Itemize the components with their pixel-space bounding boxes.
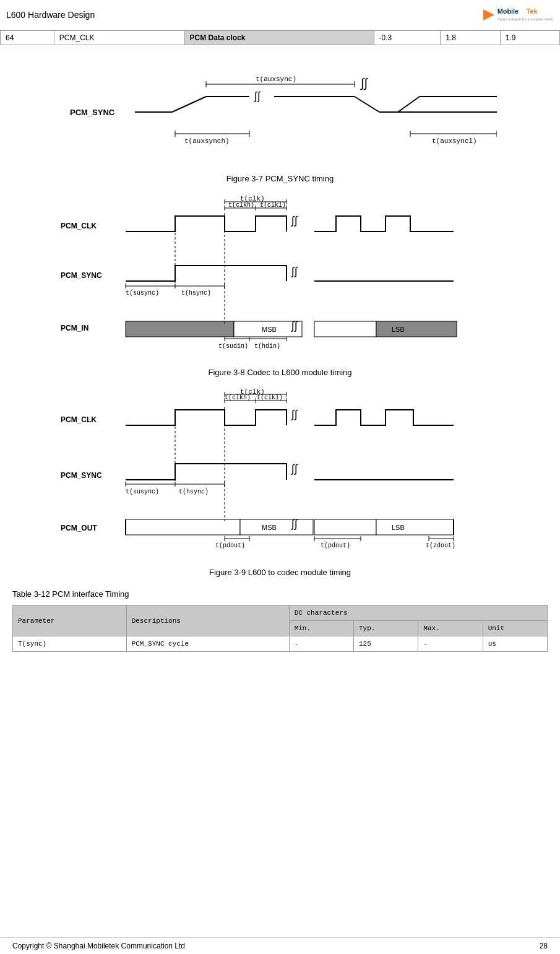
- table-row: T(sync) PCM_SYNC cycle - 125 - us: [13, 636, 548, 652]
- table-header-row-1: Parameter Descriptions DC characters: [13, 605, 548, 621]
- svg-text:∫∫: ∫∫: [290, 518, 298, 530]
- document-title: L600 Hardware Design: [6, 10, 95, 20]
- svg-line-25: [398, 97, 420, 112]
- svg-text:t(clkl): t(clkl): [260, 202, 286, 209]
- svg-text:t(auxsynch): t(auxsynch): [184, 137, 230, 145]
- svg-text:PCM_SYNC: PCM_SYNC: [61, 471, 102, 480]
- svg-rect-107: [314, 519, 376, 535]
- logo-area: Mobile Smart solution for a smarter worl…: [480, 4, 554, 26]
- svg-text:t(hsync): t(hsync): [179, 488, 209, 495]
- pcm-sync-timing-diagram: PCM_SYNC t(auxsync) ∫∫ t(auxsynch) t(aux…: [64, 63, 497, 168]
- svg-text:PCM_CLK: PCM_CLK: [61, 222, 97, 230]
- table-title: Table 3-12 PCM interface Timing: [12, 589, 548, 599]
- svg-text:MSB: MSB: [262, 326, 277, 333]
- svg-text:∫∫: ∫∫: [290, 319, 298, 332]
- svg-text:PCM_SYNC: PCM_SYNC: [61, 271, 102, 280]
- page-number: 28: [540, 942, 548, 950]
- svg-line-23: [355, 97, 379, 112]
- figure-3-8-caption: Figure 3-8 Codec to L600 module timing: [12, 368, 548, 377]
- col-typ: 1.8: [441, 31, 500, 45]
- col-signal: PCM_CLK: [54, 31, 184, 45]
- pcm-timing-table-section: Table 3-12 PCM interface Timing Paramete…: [12, 589, 548, 652]
- svg-text:t(clkh): t(clkh): [228, 202, 254, 209]
- col-max: 1.9: [500, 31, 559, 45]
- svg-text:∫∫: ∫∫: [290, 214, 298, 227]
- parameter-cell: T(sync): [13, 636, 127, 652]
- typ-cell: 125: [354, 636, 418, 652]
- svg-text:t(hdin): t(hdin): [254, 343, 280, 350]
- max-header: Max.: [418, 621, 483, 636]
- figure-3-9-caption: Figure 3-9 L600 to codec module timing: [12, 568, 548, 577]
- copyright-text: Copyright © Shanghai Mobiletek Communica…: [12, 942, 185, 950]
- svg-text:t(auxsync): t(auxsync): [256, 76, 296, 83]
- svg-rect-108: [376, 519, 454, 535]
- svg-text:∫∫: ∫∫: [290, 462, 298, 475]
- col-number: 64: [1, 31, 54, 45]
- svg-rect-63: [376, 321, 457, 337]
- main-content: PCM_SYNC t(auxsync) ∫∫ t(auxsynch) t(aux…: [0, 45, 560, 658]
- figure-3-7-caption: Figure 3-7 PCM_SYNC timing: [12, 174, 548, 183]
- svg-rect-58: [126, 321, 234, 337]
- l600-to-codec-timing-diagram: PCM_CLK t(clk) t(clkh) t(clkl) ∫∫ PCM_SY…: [58, 388, 503, 562]
- svg-text:PCM_IN: PCM_IN: [61, 324, 88, 332]
- mobiletek-logo: Mobile Smart solution for a smarter worl…: [480, 4, 554, 26]
- figure-3-7: PCM_SYNC t(auxsync) ∫∫ t(auxsynch) t(aux…: [12, 63, 548, 168]
- max-cell: -: [418, 636, 483, 652]
- svg-text:∫∫: ∫∫: [360, 76, 368, 90]
- descriptions-header: Descriptions: [126, 605, 289, 636]
- svg-line-19: [172, 97, 206, 112]
- svg-text:Tek: Tek: [527, 7, 538, 15]
- svg-text:MSB: MSB: [262, 524, 277, 531]
- col-description: PCM Data clock: [184, 31, 374, 45]
- svg-text:LSB: LSB: [392, 326, 405, 333]
- min-header: Min.: [289, 621, 353, 636]
- description-cell: PCM_SYNC cycle: [126, 636, 289, 652]
- svg-text:t(auxsyncl): t(auxsyncl): [432, 137, 477, 145]
- svg-text:∫∫: ∫∫: [290, 408, 298, 420]
- typ-header: Typ.: [354, 621, 418, 636]
- svg-text:t(sudin): t(sudin): [218, 343, 248, 350]
- svg-text:PCM_CLK: PCM_CLK: [61, 415, 97, 424]
- svg-text:t(clkh): t(clkh): [225, 394, 251, 401]
- svg-text:LSB: LSB: [392, 524, 405, 531]
- svg-rect-104: [240, 519, 313, 535]
- page-header: L600 Hardware Design Mobile Smart soluti…: [0, 0, 560, 30]
- svg-text:t(susync): t(susync): [126, 290, 159, 297]
- codec-to-l600-timing-diagram: PCM_CLK t(clk) t(clkh) t(clkl) ∫∫ PCM_SY…: [58, 194, 503, 362]
- min-cell: -: [289, 636, 353, 652]
- svg-text:Mobile: Mobile: [498, 7, 519, 15]
- svg-text:t(pdout): t(pdout): [215, 542, 245, 549]
- svg-marker-0: [483, 9, 494, 20]
- svg-text:PCM_SYNC: PCM_SYNC: [70, 108, 115, 117]
- svg-text:t(hsync): t(hsync): [181, 290, 211, 297]
- svg-text:t(zdout): t(zdout): [426, 542, 455, 549]
- dc-characters-header: DC characters: [289, 605, 547, 621]
- svg-text:t(clkl): t(clkl): [257, 394, 283, 401]
- svg-text:∫∫: ∫∫: [290, 265, 298, 277]
- svg-rect-62: [314, 321, 376, 337]
- svg-text:t(susync): t(susync): [126, 488, 159, 495]
- svg-text:PCM_OUT: PCM_OUT: [61, 524, 97, 532]
- unit-header: Unit: [483, 621, 547, 636]
- pcm-interface-timing-table: Parameter Descriptions DC characters Min…: [12, 605, 548, 652]
- parameter-header: Parameter: [13, 605, 127, 636]
- svg-text:Smart solution for a smarter w: Smart solution for a smarter world: [498, 17, 553, 21]
- svg-rect-103: [126, 519, 240, 535]
- figure-3-8: PCM_CLK t(clk) t(clkh) t(clkl) ∫∫ PCM_SY…: [12, 194, 548, 362]
- parameter-table-row: 64 PCM_CLK PCM Data clock -0.3 1.8 1.9: [0, 30, 560, 45]
- svg-text:∫∫: ∫∫: [253, 90, 261, 102]
- col-min: -0.3: [374, 31, 441, 45]
- figure-3-9: PCM_CLK t(clk) t(clkh) t(clkl) ∫∫ PCM_SY…: [12, 388, 548, 562]
- unit-cell: us: [483, 636, 547, 652]
- page-footer: Copyright © Shanghai Mobiletek Communica…: [0, 937, 560, 954]
- svg-text:t(pdout): t(pdout): [321, 542, 350, 549]
